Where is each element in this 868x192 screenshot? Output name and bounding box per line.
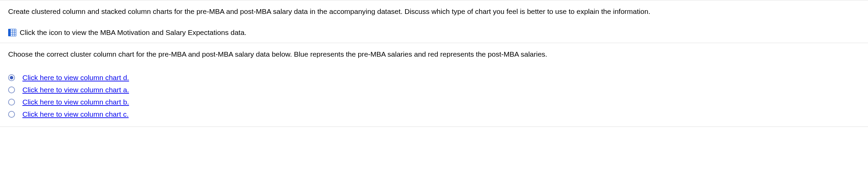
radio-option-a[interactable] — [8, 87, 15, 93]
options-list: Click here to view column chart d. Click… — [0, 65, 868, 127]
data-link-text[interactable]: Click the icon to view the MBA Motivatio… — [20, 28, 247, 37]
option-row: Click here to view column chart b. — [8, 96, 860, 108]
chart-link-b[interactable]: Click here to view column chart b. — [22, 98, 129, 106]
question-section: Choose the correct cluster column chart … — [0, 43, 868, 65]
option-row: Click here to view column chart d. — [8, 72, 860, 84]
option-row: Click here to view column chart c. — [8, 108, 860, 120]
option-row: Click here to view column chart a. — [8, 84, 860, 96]
radio-option-d[interactable] — [8, 74, 15, 81]
question-container: Create clustered column and stacked colu… — [0, 0, 868, 127]
intro-text: Create clustered column and stacked colu… — [8, 6, 860, 16]
chart-link-c[interactable]: Click here to view column chart c. — [22, 110, 129, 118]
intro-section: Create clustered column and stacked colu… — [0, 0, 868, 22]
question-text: Choose the correct cluster column chart … — [8, 49, 860, 59]
radio-option-b[interactable] — [8, 99, 15, 105]
data-link-row: Click the icon to view the MBA Motivatio… — [8, 28, 860, 37]
radio-option-c[interactable] — [8, 111, 15, 118]
data-link-section: Click the icon to view the MBA Motivatio… — [0, 22, 868, 43]
chart-link-a[interactable]: Click here to view column chart a. — [22, 86, 129, 94]
chart-link-d[interactable]: Click here to view column chart d. — [22, 74, 129, 82]
data-table-icon[interactable] — [8, 29, 16, 36]
